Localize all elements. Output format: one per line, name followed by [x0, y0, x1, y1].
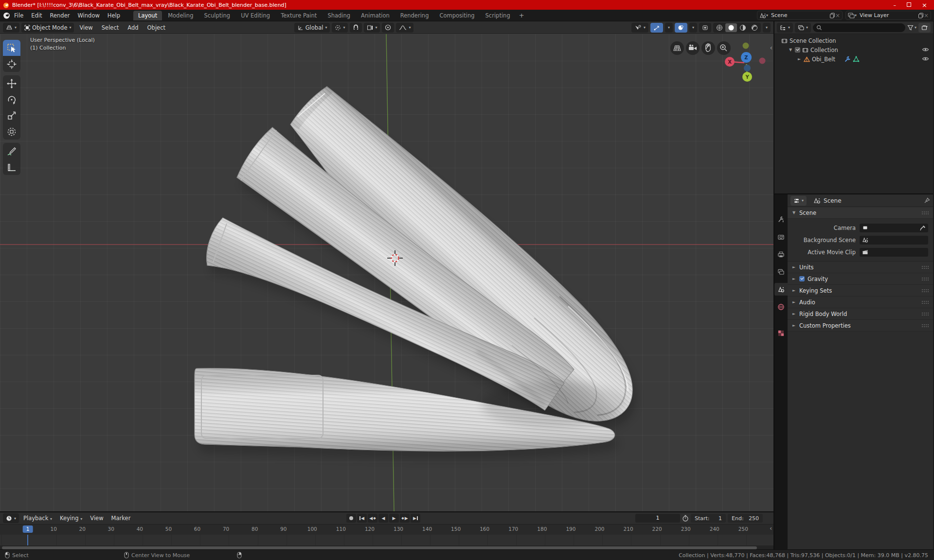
transform-tool[interactable]: [3, 123, 20, 140]
ruler-frame-label[interactable]: 40: [137, 526, 143, 532]
tab-sculpting[interactable]: Sculpting: [199, 11, 235, 20]
tab-scene[interactable]: [774, 283, 788, 296]
outliner-row-scene-collection[interactable]: Scene Collection: [774, 36, 933, 45]
scale-tool[interactable]: [3, 107, 20, 123]
pivot-point-dropdown[interactable]: ▾: [332, 23, 348, 33]
axis-orientation-gizmo[interactable]: X Z Y: [725, 43, 766, 82]
new-collection-button[interactable]: [918, 23, 931, 33]
units-panel-header[interactable]: ►Units: [788, 262, 933, 273]
ruler-frame-label[interactable]: 140: [422, 526, 432, 532]
play-button[interactable]: ▶: [389, 514, 399, 523]
viewport-menu-view[interactable]: View: [76, 23, 96, 33]
gizmos-toggle[interactable]: [650, 23, 663, 33]
ruler-frame-label[interactable]: 170: [508, 526, 518, 532]
outliner-filter-type-button[interactable]: ▾: [795, 23, 811, 33]
panel-drag-handle[interactable]: [921, 211, 929, 215]
ruler-frame-label[interactable]: 120: [365, 526, 375, 532]
tab-texture-paint[interactable]: Texture Paint: [276, 11, 322, 20]
custom-properties-panel-header[interactable]: ►Custom Properties: [788, 320, 933, 332]
overlays-toggle[interactable]: [675, 23, 687, 33]
ruler-frame-label[interactable]: 230: [681, 526, 691, 532]
tab-render[interactable]: [774, 230, 788, 243]
editor-type-button[interactable]: ▾: [3, 23, 19, 33]
collapsed-arrow-icon[interactable]: ►: [797, 57, 802, 61]
axis-y-ball[interactable]: Y: [742, 72, 752, 82]
ruler-frame-label[interactable]: 80: [251, 526, 258, 532]
properties-editor-type-button[interactable]: ▾: [790, 196, 807, 206]
auto-keying-stopwatch-icon[interactable]: [682, 515, 689, 522]
menu-render[interactable]: Render: [46, 11, 74, 20]
ruler-frame-label[interactable]: 100: [307, 526, 317, 532]
ruler-frame-label[interactable]: 220: [652, 526, 662, 532]
scene-selector[interactable]: ▾ Scene ×: [757, 11, 843, 20]
shading-solid-button[interactable]: [725, 23, 737, 32]
tab-view-layer[interactable]: [774, 265, 788, 278]
active-movie-clip-field[interactable]: [860, 248, 928, 257]
ruler-frame-label[interactable]: 210: [624, 526, 633, 532]
gizmos-dropdown[interactable]: ▾: [665, 23, 673, 33]
tab-world[interactable]: [774, 300, 788, 313]
shading-material-button[interactable]: [737, 23, 749, 32]
viewport-menu-object[interactable]: Object: [144, 23, 169, 33]
pan-view-button[interactable]: [701, 41, 715, 55]
add-workspace-button[interactable]: +: [516, 11, 527, 20]
ruler-frame-label[interactable]: 110: [336, 526, 346, 532]
panel-drag-handle[interactable]: [921, 265, 929, 269]
viewport-menu-select[interactable]: Select: [98, 23, 122, 33]
ruler-frame-label[interactable]: 10: [50, 526, 56, 532]
remove-view-layer-icon[interactable]: ×: [924, 12, 929, 19]
blender-menu-icon[interactable]: [3, 12, 10, 19]
gravity-checkbox[interactable]: [799, 276, 805, 281]
frame-start-field[interactable]: Start:1: [691, 514, 726, 523]
collection-checkbox[interactable]: [795, 47, 800, 52]
ruler-frame-label[interactable]: 160: [480, 526, 489, 532]
minimize-button[interactable]: –: [894, 2, 897, 8]
ruler-frame-label[interactable]: 150: [451, 526, 461, 532]
ruler-frame-label[interactable]: 190: [566, 526, 575, 532]
transform-orientation-dropdown[interactable]: Global ▾: [294, 23, 330, 33]
expand-arrow-icon[interactable]: ▼: [788, 48, 793, 52]
keying-sets-panel-header[interactable]: ►Keying Sets: [788, 285, 933, 297]
panel-drag-handle[interactable]: [921, 277, 929, 281]
tab-layout[interactable]: Layout: [133, 11, 162, 20]
viewport-canvas[interactable]: X Z Y User Perspective (Local) (1) Colle…: [0, 34, 773, 511]
ruler-frame-label[interactable]: 30: [108, 526, 114, 532]
prev-keyframe-button[interactable]: ◀◆: [368, 514, 377, 523]
ruler-frame-label[interactable]: 90: [280, 526, 287, 532]
shading-rendered-button[interactable]: [749, 23, 760, 32]
snap-toggle[interactable]: [350, 23, 362, 33]
audio-panel-header[interactable]: ►Audio: [788, 297, 933, 308]
hide-collection-eye-icon[interactable]: [922, 47, 929, 52]
timeline-marker-menu[interactable]: Marker: [108, 513, 134, 523]
viewport-menu-add[interactable]: Add: [124, 23, 142, 33]
tab-animation[interactable]: Animation: [356, 11, 395, 20]
annotate-tool[interactable]: [3, 143, 20, 159]
tab-output[interactable]: [774, 248, 788, 261]
menu-help[interactable]: Help: [104, 11, 124, 20]
shading-dropdown[interactable]: ▾: [763, 23, 771, 33]
rigid-body-world-panel-header[interactable]: ►Rigid Body World: [788, 308, 933, 320]
snap-settings-dropdown[interactable]: ▾: [364, 23, 380, 33]
frame-end-field[interactable]: End:250: [728, 514, 763, 523]
visibility-dropdown[interactable]: ▾: [631, 23, 648, 33]
menu-edit[interactable]: Edit: [27, 11, 46, 20]
outliner-search-input[interactable]: [813, 23, 905, 32]
tab-texture[interactable]: [774, 327, 788, 339]
sidebar-toggle-arrow[interactable]: ‹: [770, 44, 772, 52]
tab-compositing[interactable]: Compositing: [434, 11, 479, 20]
belt-object[interactable]: [195, 87, 632, 451]
gravity-panel-header[interactable]: ►Gravity: [788, 273, 933, 285]
background-scene-field[interactable]: [860, 236, 928, 245]
ruler-frame-label[interactable]: 50: [165, 526, 172, 532]
tab-tool[interactable]: [774, 213, 788, 226]
proportional-falloff-dropdown[interactable]: ▾: [396, 23, 413, 33]
timeline-sidebar-toggle[interactable]: ‹: [770, 525, 772, 532]
outliner-row-collection[interactable]: ▼ Collection: [774, 45, 933, 54]
axis-x-ball[interactable]: X: [725, 57, 735, 67]
tab-uv-editing[interactable]: UV Editing: [236, 11, 275, 20]
tab-scripting[interactable]: Scripting: [481, 11, 515, 20]
maximize-button[interactable]: [907, 2, 911, 8]
view-layer-selector[interactable]: ▾ View Layer ×: [845, 11, 931, 20]
rotate-tool[interactable]: [3, 91, 20, 107]
xray-toggle[interactable]: [699, 23, 711, 33]
